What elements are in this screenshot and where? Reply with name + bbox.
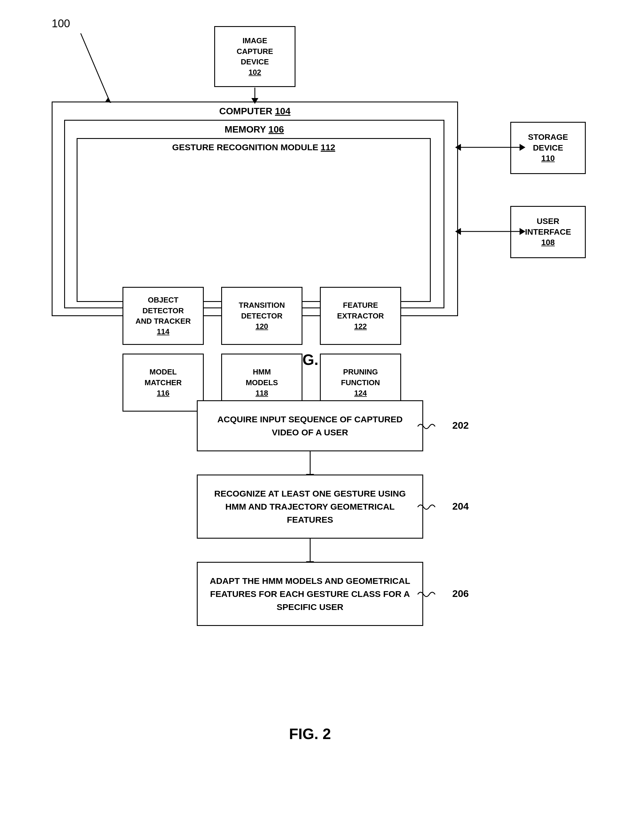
memory-box: MEMORY 106 GESTURE RECOGNITION MODULE 11… bbox=[64, 120, 444, 308]
step-202-wrapper: ACQUIRE INPUT SEQUENCE OF CAPTURED VIDEO… bbox=[197, 400, 423, 452]
storage-device-box: STORAGE DEVICE 110 bbox=[510, 122, 586, 174]
fig1-container: 100 IMAGE CAPTURE DEVICE 102 COMPUTER 10… bbox=[34, 17, 586, 368]
ref-100: 100 bbox=[52, 17, 70, 30]
memory-label: MEMORY 106 bbox=[225, 124, 284, 135]
step-204-box: RECOGNIZE AT LEAST ONE GESTURE USING HMM… bbox=[197, 474, 423, 538]
image-capture-ref: 102 bbox=[248, 67, 261, 78]
grm-box: GESTURE RECOGNITION MODULE 112 OBJECT DE… bbox=[77, 138, 431, 302]
image-capture-line3: DEVICE bbox=[241, 57, 269, 67]
feature-extractor-box: FEATURE EXTRACTOR 122 bbox=[320, 287, 401, 345]
step-206-box: ADAPT THE HMM MODELS AND GEOMETRICAL FEA… bbox=[197, 562, 423, 626]
step-204-text: RECOGNIZE AT LEAST ONE GESTURE USING HMM… bbox=[214, 489, 406, 524]
step-206-ref: 206 bbox=[415, 586, 469, 602]
flow-arrow-1 bbox=[310, 452, 311, 474]
step-202-box: ACQUIRE INPUT SEQUENCE OF CAPTURED VIDEO… bbox=[197, 400, 423, 452]
svg-line-0 bbox=[81, 33, 110, 102]
step-202-ref: 202 bbox=[415, 418, 469, 434]
image-capture-line2: CAPTURE bbox=[236, 46, 273, 57]
computer-box: COMPUTER 104 MEMORY 106 GESTURE RECOGNIT… bbox=[52, 102, 458, 316]
computer-label: COMPUTER 104 bbox=[219, 106, 290, 117]
diagram2: ACQUIRE INPUT SEQUENCE OF CAPTURED VIDEO… bbox=[34, 392, 586, 711]
step-204-wrapper: RECOGNIZE AT LEAST ONE GESTURE USING HMM… bbox=[197, 474, 423, 538]
user-interface-box: USER INTERFACE 108 bbox=[510, 206, 586, 258]
step-202-text: ACQUIRE INPUT SEQUENCE OF CAPTURED VIDEO… bbox=[217, 414, 403, 437]
grm-label: GESTURE RECOGNITION MODULE 112 bbox=[172, 142, 335, 152]
fig1-label: FIG. 1 bbox=[34, 351, 586, 368]
step-206-wrapper: ADAPT THE HMM MODELS AND GEOMETRICAL FEA… bbox=[197, 562, 423, 626]
image-capture-line1: IMAGE bbox=[242, 35, 267, 46]
step-206-text: ADAPT THE HMM MODELS AND GEOMETRICAL FEA… bbox=[210, 576, 411, 612]
fig2-container: ACQUIRE INPUT SEQUENCE OF CAPTURED VIDEO… bbox=[34, 392, 586, 742]
object-detector-box: OBJECT DETECTOR AND TRACKER 114 bbox=[122, 287, 204, 345]
transition-detector-box: TRANSITION DETECTOR 120 bbox=[221, 287, 302, 345]
image-capture-device-box: IMAGE CAPTURE DEVICE 102 bbox=[214, 26, 295, 87]
flow-arrow-2 bbox=[310, 538, 311, 562]
diagram1: 100 IMAGE CAPTURE DEVICE 102 COMPUTER 10… bbox=[34, 17, 586, 336]
step-204-ref: 204 bbox=[415, 499, 469, 514]
fig2-label: FIG. 2 bbox=[34, 725, 586, 742]
